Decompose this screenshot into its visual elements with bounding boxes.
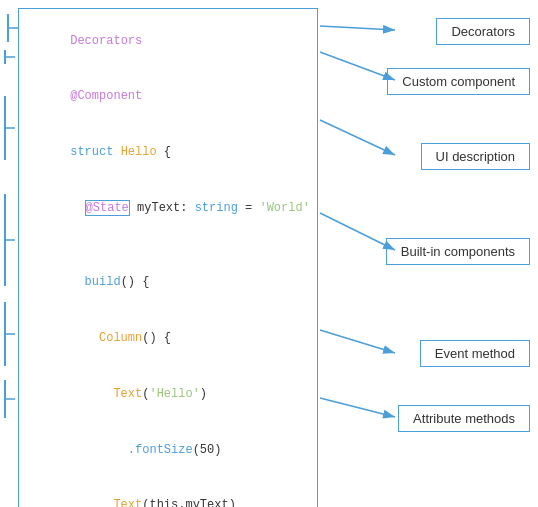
code-line-component: @Component bbox=[19, 69, 317, 125]
column-paren: () { bbox=[142, 331, 171, 345]
svg-line-4 bbox=[320, 330, 395, 353]
label-decorators: Decorators bbox=[436, 18, 530, 45]
build-kw: build bbox=[85, 275, 121, 289]
decorator-component: @Component bbox=[70, 89, 142, 103]
state-decorator: @State bbox=[85, 200, 130, 216]
label-event-method: Event method bbox=[420, 340, 530, 367]
keyword-struct: struct bbox=[70, 145, 120, 159]
label-built-in-components: Built-in components bbox=[386, 238, 530, 265]
diagram-container: Decorators @Component struct Hello { @St… bbox=[0, 0, 538, 507]
code-line-entry: Decorators bbox=[19, 13, 317, 69]
code-line-fontsize-1: .fontSize(50) bbox=[19, 422, 317, 478]
code-line-text-mytext: Text(this.myText) bbox=[19, 478, 317, 507]
code-line-build: build() { bbox=[19, 255, 317, 311]
text-comp-2: Text bbox=[113, 498, 142, 507]
fontsize-val-1: (50) bbox=[193, 443, 222, 457]
svg-line-2 bbox=[320, 120, 395, 155]
text-comp-1: Text bbox=[113, 387, 142, 401]
label-attribute-methods: Attribute methods bbox=[398, 405, 530, 432]
label-ui-description: UI description bbox=[421, 143, 530, 170]
label-custom-component: Custom component bbox=[387, 68, 530, 95]
state-val: 'World' bbox=[259, 201, 309, 215]
code-line-blank bbox=[19, 236, 317, 255]
code-line-state: @State myText: string = 'World' bbox=[19, 180, 317, 236]
build-paren: () { bbox=[121, 275, 150, 289]
column-kw: Column bbox=[99, 331, 142, 345]
state-type: string bbox=[195, 201, 238, 215]
state-var: myText: bbox=[130, 201, 195, 215]
text-paren-2: (this.myText) bbox=[142, 498, 236, 507]
code-line-column: Column() { bbox=[19, 311, 317, 367]
svg-line-3 bbox=[320, 213, 395, 250]
code-block: Decorators @Component struct Hello { @St… bbox=[18, 8, 318, 507]
svg-line-1 bbox=[320, 52, 395, 80]
svg-line-0 bbox=[320, 26, 395, 30]
fontsize-method-1: .fontSize bbox=[128, 443, 193, 457]
struct-brace: { bbox=[164, 145, 171, 159]
code-line-text-hello: Text('Hello') bbox=[19, 366, 317, 422]
struct-name: Hello bbox=[121, 145, 164, 159]
text-close-1: ) bbox=[200, 387, 207, 401]
svg-line-5 bbox=[320, 398, 395, 417]
code-line-struct: struct Hello { bbox=[19, 125, 317, 181]
state-eq: = bbox=[238, 201, 260, 215]
text-val-1: 'Hello' bbox=[149, 387, 199, 401]
decorator-entry: Decorators bbox=[70, 34, 142, 48]
